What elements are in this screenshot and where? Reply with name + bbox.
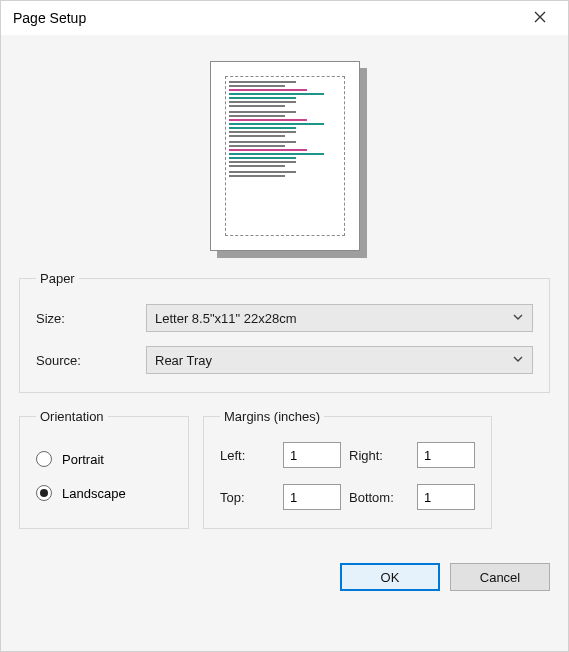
margin-bottom-label: Bottom:	[349, 490, 409, 505]
margin-left-input[interactable]: 1	[283, 442, 341, 468]
page-preview	[19, 45, 550, 271]
margin-left-label: Left:	[220, 448, 275, 463]
paper-size-combo[interactable]: Letter 8.5"x11" 22x28cm	[146, 304, 533, 332]
ok-button[interactable]: OK	[340, 563, 440, 591]
page-preview-text	[225, 76, 345, 236]
orientation-legend: Orientation	[36, 409, 108, 424]
margin-top-input[interactable]: 1	[283, 484, 341, 510]
chevron-down-icon	[512, 353, 524, 368]
orientation-landscape-label: Landscape	[62, 486, 126, 501]
paper-source-combo[interactable]: Rear Tray	[146, 346, 533, 374]
cancel-button[interactable]: Cancel	[450, 563, 550, 591]
titlebar: Page Setup	[1, 1, 568, 35]
button-bar: OK Cancel	[19, 563, 550, 591]
margin-bottom-input[interactable]: 1	[417, 484, 475, 510]
margin-right-input[interactable]: 1	[417, 442, 475, 468]
paper-size-label: Size:	[36, 311, 146, 326]
page-preview-sheet	[210, 61, 360, 251]
client-area: Paper Size: Letter 8.5"x11" 22x28cm Sour…	[1, 35, 568, 651]
margins-legend: Margins (inches)	[220, 409, 324, 424]
radio-icon	[36, 485, 52, 501]
paper-group: Paper Size: Letter 8.5"x11" 22x28cm Sour…	[19, 271, 550, 393]
paper-size-value: Letter 8.5"x11" 22x28cm	[155, 311, 296, 326]
paper-source-label: Source:	[36, 353, 146, 368]
orientation-landscape-option[interactable]: Landscape	[36, 476, 172, 510]
orientation-group: Orientation Portrait Landscape	[19, 409, 189, 529]
window-title: Page Setup	[13, 10, 86, 26]
margin-right-label: Right:	[349, 448, 409, 463]
paper-source-value: Rear Tray	[155, 353, 212, 368]
orientation-portrait-label: Portrait	[62, 452, 104, 467]
margin-top-label: Top:	[220, 490, 275, 505]
close-button[interactable]	[520, 4, 560, 32]
paper-legend: Paper	[36, 271, 79, 286]
chevron-down-icon	[512, 311, 524, 326]
orientation-portrait-option[interactable]: Portrait	[36, 442, 172, 476]
radio-icon	[36, 451, 52, 467]
page-setup-dialog: Page Setup	[0, 0, 569, 652]
close-icon	[534, 11, 546, 26]
margins-group: Margins (inches) Left: 1 Right: 1 Top: 1…	[203, 409, 492, 529]
